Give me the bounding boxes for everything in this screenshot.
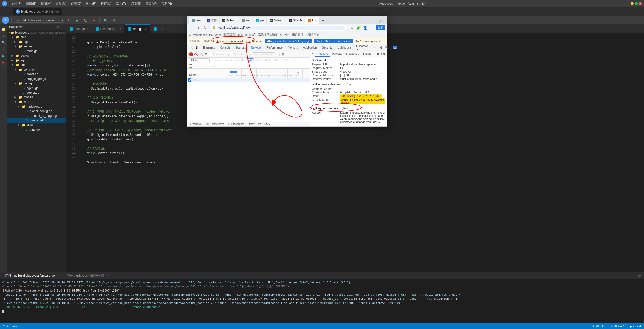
file-tree-collapse-icon[interactable]: — bbox=[61, 25, 64, 29]
filter-input[interactable] bbox=[189, 58, 210, 62]
devtools-tab-lighthouse[interactable]: Lighthouse bbox=[335, 45, 354, 50]
minimize-button[interactable] bbox=[631, 2, 634, 5]
filter-js[interactable]: JS bbox=[273, 59, 279, 62]
export-button[interactable]: ↑ bbox=[279, 52, 281, 56]
side-icon-run[interactable]: ▶ bbox=[1, 53, 6, 59]
settings-button[interactable]: ⚙ bbox=[111, 18, 118, 23]
devtools-tab-recorder[interactable]: Recorder ▲ bbox=[354, 44, 370, 52]
run-tab[interactable]: 运行: go build bigdevops/cmd/server × bbox=[2, 273, 63, 279]
side-icon-search[interactable]: 🔍 bbox=[1, 40, 6, 45]
address-bar[interactable]: 🔒 localhost/basic-api/now bbox=[209, 25, 348, 31]
row-select-checkbox[interactable] bbox=[188, 78, 191, 82]
cursor-position-status[interactable]: Ln 20, Col 1 bbox=[609, 325, 626, 328]
browser-close-icon[interactable]: × bbox=[383, 20, 384, 24]
tab-close-button[interactable]: × bbox=[162, 27, 164, 30]
terminal-settings-button[interactable]: ⚙ bbox=[637, 273, 642, 279]
back-button[interactable]: ‹ bbox=[189, 25, 195, 31]
devtools-tab-security[interactable]: Security bbox=[319, 45, 335, 50]
devtools-tab-elements[interactable]: Elements bbox=[201, 45, 217, 50]
indent-status[interactable]: Spaces: 4 bbox=[627, 325, 642, 328]
line-ending-status[interactable]: LF bbox=[583, 325, 588, 328]
tree-item-const-go[interactable]: G const.go bbox=[7, 72, 66, 76]
devtools-icon-cursor[interactable]: ↖ bbox=[190, 45, 194, 50]
menu-code[interactable]: 代码(C) bbox=[69, 1, 83, 6]
side-icon-structure[interactable]: ≡ bbox=[1, 33, 6, 39]
encoding-status[interactable]: UTF-8 bbox=[590, 325, 600, 328]
raw-checkbox-response[interactable]: Raw bbox=[342, 83, 351, 86]
update-button[interactable]: 更新 bbox=[376, 25, 385, 30]
run-tab-close[interactable]: × bbox=[58, 274, 60, 277]
browser-restore-icon[interactable]: ❐ bbox=[379, 20, 382, 24]
tab-close-button[interactable]: × bbox=[120, 27, 121, 30]
browser-tab-gin[interactable]: g gin bbox=[253, 17, 266, 24]
filter-fetch-xhr[interactable]: Fetch/XHR bbox=[255, 59, 272, 62]
raw-checkbox-request[interactable]: Raw bbox=[340, 107, 349, 110]
side-icon-debug[interactable]: 🐞 bbox=[1, 60, 6, 65]
tree-item-models[interactable]: ▶ 📁 models bbox=[7, 95, 66, 100]
record-button[interactable] bbox=[189, 52, 193, 56]
search-button[interactable]: 🔍 bbox=[102, 18, 110, 23]
tree-item-middleware[interactable]: ▼ 📁 middleware bbox=[7, 104, 66, 109]
details-tab-timing[interactable]: Timing bbox=[374, 51, 387, 57]
editor-tab-time-go[interactable]: time.go × bbox=[125, 24, 150, 33]
filter-css[interactable]: CSS bbox=[280, 59, 289, 62]
browser-tab-github3[interactable]: G GitHub: bbox=[286, 17, 305, 24]
browser-tab-lc[interactable]: lc lc × bbox=[305, 17, 319, 24]
tree-item-global-config-go[interactable]: G global_config.go bbox=[7, 109, 66, 113]
details-close-button[interactable]: × bbox=[310, 51, 315, 57]
browser-tab-zap[interactable]: z zap bbox=[239, 17, 253, 24]
search-network-button[interactable]: 🔍 bbox=[200, 52, 204, 56]
tab-close-button[interactable]: × bbox=[145, 28, 146, 31]
editor-tab-main-go[interactable]: main.go × bbox=[66, 24, 92, 33]
bookmark-item-prometheus[interactable]: A-Prometheus bbox=[189, 33, 207, 36]
stop-button[interactable]: ■ bbox=[91, 18, 97, 23]
hide-data-urls-checkbox[interactable]: Hide data URLs bbox=[223, 59, 246, 62]
devtools-tab-performance[interactable]: Performance bbox=[264, 45, 285, 50]
tree-item-agent-go[interactable]: G agent.go bbox=[7, 86, 66, 90]
menu-vcs[interactable]: VCS(S) bbox=[128, 1, 143, 6]
debug-button[interactable]: 🐛 bbox=[82, 18, 90, 23]
menu-view[interactable]: 视图(V) bbox=[39, 1, 53, 6]
browser-minimize-icon[interactable]: — bbox=[376, 20, 379, 24]
bookmark-item-golang[interactable]: golang库 bbox=[245, 33, 256, 37]
bookmark-item-sysknow[interactable]: 系统常见知识库 bbox=[258, 33, 278, 37]
group-by-frame-button[interactable]: ⊞ bbox=[281, 52, 284, 56]
editor-tab-more[interactable]: G × bbox=[150, 24, 167, 33]
browser-tab-github1[interactable]: G GitHub: bbox=[220, 17, 239, 24]
devtools-tab-application[interactable]: Application bbox=[301, 45, 320, 50]
menu-file[interactable]: 文件(F) bbox=[9, 1, 23, 6]
menu-refactor[interactable]: 重构(R) bbox=[84, 1, 98, 6]
always-match-language-button[interactable]: Always match Chrome's language bbox=[265, 39, 312, 43]
tree-item-config[interactable]: ▼ 📁 config bbox=[7, 81, 66, 86]
menu-window[interactable]: 窗口(W) bbox=[144, 1, 159, 6]
devtools-tab-more[interactable]: >> bbox=[370, 45, 379, 50]
third-party-checkbox[interactable] bbox=[189, 64, 192, 68]
details-tab-initiator[interactable]: Initiator bbox=[361, 51, 374, 57]
throttling-dropdown[interactable]: No throttling ▼ bbox=[253, 52, 275, 56]
browser-tab-baidu[interactable]: B 百度 bbox=[204, 17, 219, 24]
devtools-tab-console[interactable]: Console bbox=[217, 45, 233, 50]
bookmark-item-k8s[interactable]: k8s bbox=[238, 33, 243, 36]
reload-button[interactable]: ↻ bbox=[202, 25, 208, 31]
project-tab[interactable]: B bigdevops src web http.go bbox=[13, 8, 62, 15]
network-settings-button[interactable]: ⚙ bbox=[205, 52, 208, 56]
sync-tab[interactable]: 同步 bigdevops 的依赖关系 × bbox=[64, 273, 111, 279]
run-button[interactable]: ▶ bbox=[74, 18, 81, 23]
extensions-button[interactable]: 🧩 bbox=[356, 25, 361, 31]
forward-button[interactable]: › bbox=[196, 25, 201, 31]
bookmark-item-tools[interactable]: 常用工具 bbox=[223, 33, 236, 37]
bookmark-item-imgprocess[interactable]: 图片处理 bbox=[292, 33, 303, 37]
tree-item-cmd[interactable]: ▼ 📁 cmd bbox=[7, 35, 66, 40]
tree-item-server-main-go[interactable]: G main.go bbox=[7, 49, 66, 53]
request-headers-header[interactable]: ▼ Request Headers Raw bbox=[312, 107, 385, 110]
devtools-dock-icon[interactable]: ⊟ bbox=[384, 46, 389, 50]
profile-button[interactable]: 👤 bbox=[362, 25, 368, 31]
devtools-tab-network[interactable]: Network bbox=[249, 45, 264, 50]
response-headers-header[interactable]: ▼ Response Headers Raw bbox=[312, 83, 385, 86]
tree-item-server-go[interactable]: G server.go bbox=[7, 90, 66, 95]
notification-close-button[interactable]: × bbox=[379, 39, 381, 43]
menu-dots-button[interactable]: ⋮ bbox=[369, 25, 375, 31]
side-icon-project[interactable]: 📁 bbox=[1, 26, 6, 32]
name-column-header[interactable]: Name bbox=[187, 69, 226, 78]
switch-to-chinese-button[interactable]: Switch DevTools to Chinese bbox=[314, 39, 353, 43]
